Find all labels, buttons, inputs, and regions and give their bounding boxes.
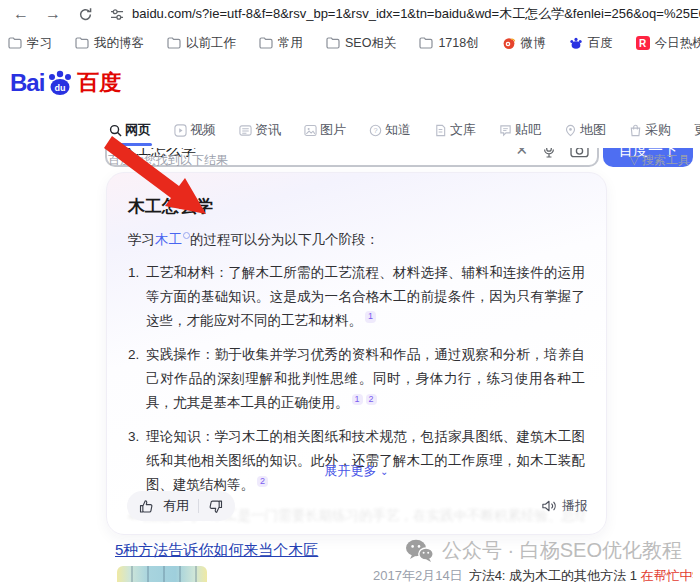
bookmark-folder-blog[interactable]: 我的博客 xyxy=(75,35,144,52)
result-thumbnail[interactable] xyxy=(117,566,207,582)
weibo-icon xyxy=(502,36,516,50)
bookmark-folder-1718[interactable]: 1718创 xyxy=(419,35,478,52)
tab-news[interactable]: 资讯 xyxy=(238,118,282,148)
bag-icon xyxy=(629,124,642,137)
tab-caigou[interactable]: 采购 xyxy=(628,118,672,148)
folder-icon xyxy=(167,37,181,49)
tieba-icon xyxy=(499,124,512,137)
baidu-paw-icon xyxy=(569,36,583,50)
snippet-highlight: 在帮忙中学习 xyxy=(641,568,693,582)
baidu-paw-icon: du xyxy=(45,68,75,98)
watermark: 公众号 · 白杨SEO优化教程 xyxy=(404,537,682,564)
folder-icon xyxy=(8,37,22,49)
answer-intro: 学习木工的过程可以分为以下几个阶段： xyxy=(128,229,585,252)
map-pin-icon xyxy=(564,124,577,137)
useful-label[interactable]: 有用 xyxy=(163,497,189,515)
speaker-icon xyxy=(541,499,557,513)
thumbs-up-icon[interactable] xyxy=(139,499,154,514)
bookmark-folder-oldwork[interactable]: 以前工作 xyxy=(167,35,236,52)
bookmark-folder-xuexi[interactable]: 学习 xyxy=(8,35,52,52)
search-icon xyxy=(109,124,122,137)
browser-window: ← → baidu.com/s?ie=utf-8&f=8&rsv_bp=1&rs… xyxy=(0,0,700,582)
url-text[interactable]: baidu.com/s?ie=utf-8&f=8&rsv_bp=1&rsv_id… xyxy=(132,5,700,23)
baidu-logo[interactable]: Bai du 百度 xyxy=(10,68,121,98)
read-aloud-button[interactable]: 播报 xyxy=(541,497,588,515)
tab-webpage[interactable]: 网页 xyxy=(108,118,152,148)
search-tools-button[interactable]: ▽ 搜索工具 xyxy=(629,152,690,169)
video-icon xyxy=(174,124,187,137)
site-settings-icon[interactable] xyxy=(110,7,124,22)
citation-badge[interactable]: 2 xyxy=(366,394,377,406)
browser-toolbar: ← → baidu.com/s?ie=utf-8&f=8&rsv_bp=1&rs… xyxy=(0,0,700,28)
citation-badge[interactable]: 1 xyxy=(365,311,376,323)
result-link[interactable]: 5种方法告诉你如何来当个木匠 xyxy=(115,541,318,560)
bookmarks-bar: 学习 我的博客 以前工作 常用 SEO相关 1718创 微博 百度 xyxy=(0,28,700,58)
snippet-date: 2017年2月14日 xyxy=(373,568,463,582)
results-count-text: 百度为您找到以下结果 xyxy=(108,152,228,169)
svg-text:du: du xyxy=(55,83,66,93)
thumbs-down-icon[interactable] xyxy=(208,499,223,514)
bookmark-hotlist[interactable]: R 今日热榜 xyxy=(636,35,700,52)
news-icon xyxy=(239,124,252,137)
ai-answer-card: 木工怎么学 学习木工的过程可以分为以下几个阶段： 1. 工艺和材料：了解木工所需… xyxy=(106,172,607,535)
entity-link[interactable]: 木工 xyxy=(155,232,182,247)
entity-search-icon[interactable] xyxy=(183,232,190,239)
folder-icon xyxy=(259,37,273,49)
divider xyxy=(198,499,199,513)
result-snippet: 2017年2月14日方法4: 成为木工的其他方法 1 在帮忙中学习，如果你想 xyxy=(373,566,693,582)
tab-more[interactable]: 更多 xyxy=(693,118,700,148)
hotlist-icon: R xyxy=(636,36,650,50)
back-button[interactable]: ← xyxy=(10,3,32,25)
image-icon xyxy=(304,124,317,137)
feedback-pill: 有用 xyxy=(127,491,235,521)
doc-icon xyxy=(434,124,447,137)
answer-title: 木工怎么学 xyxy=(128,195,585,218)
svg-text:?: ? xyxy=(373,126,377,135)
baidu-header: Bai du 百度 ✕ 百度一下 xyxy=(0,58,700,118)
bookmark-folder-seo[interactable]: SEO相关 xyxy=(326,35,396,52)
answer-actions: 有用 播报 xyxy=(127,491,588,521)
forward-button[interactable]: → xyxy=(42,3,64,25)
chevron-down-icon: ⌄ xyxy=(380,466,388,477)
bookmark-folder-common[interactable]: 常用 xyxy=(259,35,303,52)
list-item: 2. 实践操作：勤于收集并学习优秀的资料和作品，通过观察和分析，培养自己对作品的… xyxy=(128,343,585,415)
watermark-text: 公众号 · 白杨SEO优化教程 xyxy=(442,537,682,564)
bookmark-baidu[interactable]: 百度 xyxy=(569,35,613,52)
folder-icon xyxy=(75,37,89,49)
tab-map[interactable]: 地图 xyxy=(563,118,607,148)
tab-zhidao[interactable]: ? 知道 xyxy=(368,118,412,148)
list-item: 1. 工艺和材料：了解木工所需的工艺流程、材料选择、辅料和连接件的运用等方面的基… xyxy=(128,261,585,333)
bookmark-weibo[interactable]: 微博 xyxy=(502,35,546,52)
tab-tieba[interactable]: 贴吧 xyxy=(498,118,542,148)
tab-video[interactable]: 视频 xyxy=(173,118,217,148)
wechat-icon xyxy=(404,538,434,564)
tab-wenku[interactable]: 文库 xyxy=(433,118,477,148)
folder-icon xyxy=(326,37,340,49)
folder-icon xyxy=(419,37,433,49)
expand-more-button[interactable]: 展开更多 ⌄ xyxy=(107,462,606,480)
citation-badge[interactable]: 1 xyxy=(352,394,363,406)
results-meta-row: 百度为您找到以下结果 ▽ 搜索工具 xyxy=(0,148,700,172)
reload-button[interactable] xyxy=(74,3,96,25)
reload-icon xyxy=(78,7,93,22)
address-bar[interactable]: baidu.com/s?ie=utf-8&f=8&rsv_bp=1&rsv_id… xyxy=(110,5,700,23)
tab-images[interactable]: 图片 xyxy=(303,118,347,148)
result-nav-tabs: 网页 视频 资讯 图片 ? 知道 文库 贴吧 地图 xyxy=(0,118,700,148)
question-icon: ? xyxy=(369,124,382,137)
